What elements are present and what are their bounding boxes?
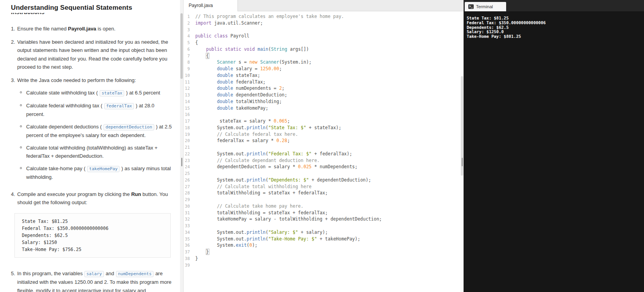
code-line[interactable]: 34 System.out.println("Salary: $" + sala…	[184, 229, 460, 236]
code-line[interactable]: 12 double numDependents = 2;	[184, 85, 460, 92]
line-number: 14	[184, 98, 192, 105]
code-area[interactable]: 1// This program calculates an employee'…	[184, 12, 460, 292]
code-line[interactable]: 31 totalWithholding = stateTax + federal…	[184, 210, 460, 216]
tab-terminal[interactable]: >_ Terminal	[465, 2, 506, 11]
code-line[interactable]: 14 double totalWithholding;	[184, 98, 460, 105]
code-line[interactable]: 22 System.out.println("Federal Tax: $" +…	[184, 151, 460, 157]
code-line[interactable]: 4public class Payroll	[184, 33, 460, 39]
code-token: totalWithholding = stateTax + federalTax…	[195, 190, 328, 196]
code-token: double	[217, 99, 233, 104]
code-token: dependentDeduction;	[233, 92, 287, 98]
step-text: Write the Java code needed to perform th…	[16, 76, 174, 185]
code-line[interactable]: 29	[184, 196, 460, 203]
code-line[interactable]: 30 // Calculate take home pay here.	[184, 203, 460, 210]
code-line[interactable]: 25	[184, 170, 460, 177]
terminal-line: Take-Home Pay: $881.25	[467, 34, 641, 39]
panel-resize-grip-right[interactable]	[462, 158, 463, 166]
bullet-text: Calculate federal withholding tax ( fede…	[26, 101, 174, 119]
step-text: Variables have been declared and initial…	[16, 38, 174, 71]
code-line[interactable]: 3	[184, 27, 460, 33]
code-token: println	[247, 151, 266, 157]
bullet-marker	[20, 125, 22, 127]
code-token	[195, 132, 217, 137]
code-line[interactable]: 6 public static void main(String args[])	[184, 46, 460, 53]
code-token: double	[217, 85, 233, 91]
tab-payroll-java[interactable]: Payroll.java	[184, 0, 238, 11]
code-line[interactable]: 36 System.exit(0);	[184, 242, 460, 249]
line-number: 16	[184, 111, 192, 118]
line-number: 4	[184, 33, 192, 39]
code-text: // Calculate take home pay here.	[192, 203, 303, 210]
bullet-item: Calculate total withholding (totalWithho…	[17, 144, 174, 160]
code-line[interactable]: 32 takeHomePay = salary - totalWithholdi…	[184, 216, 460, 223]
code-line[interactable]: 13 double dependentDeduction;	[184, 92, 460, 98]
code-line[interactable]: 18 System.out.println("State Tax: $" + s…	[184, 125, 460, 131]
code-line[interactable]: 28 totalWithholding = stateTax + federal…	[184, 190, 460, 196]
code-line[interactable]: 23 // Calculate dependant deduction here…	[184, 157, 460, 164]
text-fragment: and	[104, 271, 116, 276]
code-line[interactable]: 37 }	[184, 249, 460, 255]
code-line[interactable]: 1// This program calculates an employee'…	[184, 13, 460, 20]
code-line[interactable]: 16	[184, 111, 460, 118]
code-token: // Calculate total withholding here	[217, 184, 311, 189]
code-token: (	[266, 151, 268, 157]
code-line[interactable]: 15 double takeHomePay;	[184, 105, 460, 112]
code-token: // Calculate federal tax here.	[217, 132, 298, 137]
line-number: 12	[184, 85, 192, 92]
code-line[interactable]: 5{	[184, 39, 460, 46]
code-token	[195, 203, 217, 209]
text-fragment: is open.	[96, 26, 115, 32]
code-line[interactable]: 9 double salary = 1250.00;	[184, 66, 460, 72]
code-line[interactable]: 19 // Calculate federal tax here.	[184, 131, 460, 138]
code-line[interactable]: 38}	[184, 255, 460, 262]
panel-resize-grip-left[interactable]	[181, 158, 182, 166]
code-line[interactable]: 7 {	[184, 53, 460, 59]
terminal-output[interactable]: State Tax: $81.25Federal Tax: $350.00000…	[464, 11, 644, 39]
code-line[interactable]: 10 double stateTax;	[184, 72, 460, 79]
code-text: // Calculate total withholding here	[192, 183, 312, 190]
code-line[interactable]: 33	[184, 223, 460, 229]
line-number: 34	[184, 229, 192, 236]
code-token	[195, 105, 217, 111]
line-number: 31	[184, 210, 192, 216]
code-text	[192, 170, 195, 177]
code-line[interactable]: 39	[184, 262, 460, 269]
step-number: 1.	[11, 25, 16, 33]
code-token: 0.065	[274, 118, 287, 124]
code-token: // This program calculates an employee's…	[195, 14, 344, 19]
code-line[interactable]: 26 System.out.println("Dependents: $" + …	[184, 177, 460, 183]
bullet-item: Calculate state withholding tax ( stateT…	[17, 89, 174, 98]
line-number: 9	[184, 66, 192, 72]
code-line[interactable]: 2import java.util.Scanner;	[184, 20, 460, 27]
code-text	[192, 196, 195, 203]
step-text: Ensure the file named Payroll.java is op…	[16, 25, 174, 33]
code-token	[195, 59, 217, 65]
step-text: Compile and execute your program by clic…	[16, 190, 174, 265]
code-line[interactable]: 17 stateTax = salary * 0.065;	[184, 118, 460, 125]
line-number: 18	[184, 125, 192, 131]
editor-scrollbar[interactable]	[460, 12, 464, 292]
left-scrollbar[interactable]	[180, 0, 183, 292]
bullet-text: Calculate take-home pay ( takeHomePay ) …	[26, 164, 174, 182]
code-text: public static void main(String args[])	[192, 46, 309, 53]
line-number: 29	[184, 196, 192, 203]
code-line[interactable]: 35 System.out.println("Take-Home Pay: $"…	[184, 236, 460, 242]
code-token: main	[257, 46, 268, 52]
code-line[interactable]: 11 double federalTax;	[184, 79, 460, 85]
code-line[interactable]: 8 Scanner s = new Scanner(System.in);	[184, 59, 460, 66]
code-line[interactable]: 27 // Calculate total withholding here	[184, 183, 460, 190]
terminal-panel: >_ Terminal State Tax: $81.25Federal Tax…	[464, 0, 644, 292]
bullet-item: Calculate take-home pay ( takeHomePay ) …	[17, 164, 174, 182]
code-line[interactable]: 20 federalTax = salary * 0.28;	[184, 137, 460, 144]
code-line[interactable]: 24 dependentDeduction = salary * 0.025 *…	[184, 164, 460, 170]
left-scrollbar-thumb[interactable]	[180, 13, 183, 79]
code-line[interactable]: 21	[184, 144, 460, 151]
code-text: // Calculate dependant deduction here.	[192, 157, 320, 164]
code-token: dependentDeduction = salary *	[195, 164, 298, 169]
code-token: Scanner	[260, 59, 279, 65]
code-text: System.out.println("Federal Tax: $" + fe…	[192, 151, 352, 157]
step-number: 3.	[11, 76, 16, 185]
code-token: numDependents =	[233, 85, 279, 91]
inline-code-token: numDependents	[116, 271, 153, 277]
code-token: totalWithholding;	[233, 99, 282, 104]
